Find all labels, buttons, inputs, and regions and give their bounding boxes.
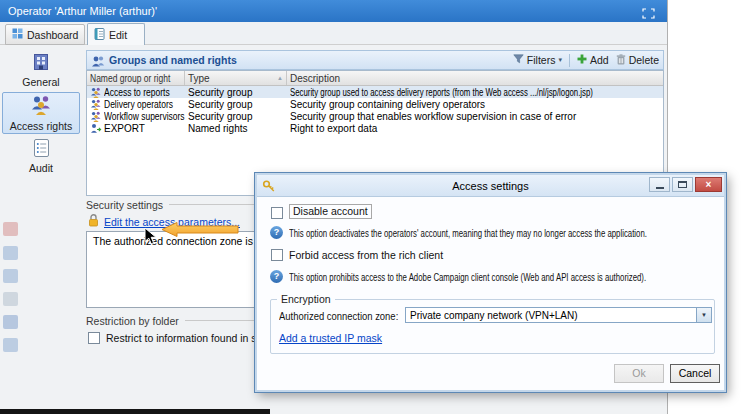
cell-name: Access to reports (87, 86, 185, 98)
maximize-icon (678, 181, 687, 188)
ghost-icon (3, 315, 18, 329)
restrict-subfolder-row: Restrict to information found in sub-fol (88, 332, 283, 344)
ghost-icon (3, 269, 18, 283)
toolbar-separator (569, 54, 570, 67)
audit-list-icon (33, 138, 50, 160)
ghost-icon (3, 292, 18, 306)
disable-account-info: This option deactivates the operators' a… (289, 228, 719, 239)
restriction-section-label: Restriction by folder (86, 315, 179, 327)
cell-description: Security group containing delivery opera… (287, 98, 663, 110)
ghost-icon (3, 246, 18, 260)
window-controls: × (649, 177, 722, 192)
plus-icon (577, 54, 587, 66)
cell-description: Security group used to access delivery r… (287, 86, 663, 98)
cell-type: Security group (185, 98, 287, 110)
chevron-down-icon: ▾ (558, 56, 562, 64)
encryption-groupbox-label: Encryption (277, 293, 335, 305)
table-header: Named group or right ▲ Type ▲ Descriptio… (87, 71, 663, 86)
cell-description: Security group that enables workflow sup… (287, 110, 663, 122)
delete-label: Delete (629, 54, 659, 66)
screen: Operator 'Arthur Miller (arthur)' Dashbo… (0, 0, 750, 414)
people-group-icon (29, 95, 53, 118)
dialog-title-bar: Access settings × (257, 175, 724, 197)
detach-window-icon[interactable] (642, 5, 655, 16)
combo-dropdown-button[interactable]: ▼ (696, 308, 711, 322)
table-row[interactable]: Workflow supervisors Security group Secu… (87, 110, 663, 122)
filters-button[interactable]: Filters ▾ (513, 54, 562, 66)
authorized-zone-label: Authorized connection zone: (279, 310, 412, 322)
forbid-rich-client-label: Forbid access from the rich client (289, 249, 443, 261)
column-header-type[interactable]: Type ▲ (185, 71, 287, 85)
close-icon: × (706, 178, 712, 191)
cell-name: Workflow supervisors (87, 110, 185, 122)
help-icon: ? (270, 226, 283, 239)
edit-icon (94, 28, 105, 42)
add-trusted-ip-link[interactable]: Add a trusted IP mask (279, 332, 382, 344)
sidebar-item-general-label: General (22, 76, 59, 88)
cell-type: Named rights (185, 122, 287, 134)
maximize-button[interactable] (672, 177, 693, 192)
column-header-named-group[interactable]: Named group or right ▲ (87, 71, 185, 85)
organization-icon (31, 52, 51, 74)
toolbar-actions: Filters ▾ Add Delete (513, 51, 659, 69)
sidebar-item-access-rights-label: Access rights (10, 120, 72, 132)
table-row[interactable]: EXPORT Named rights Right to export data (87, 122, 663, 134)
authorized-zone-combobox[interactable]: Private company network (VPN+LAN) ▼ (405, 307, 712, 323)
sidebar-item-audit[interactable]: Audit (2, 136, 80, 176)
column-header-named-group-label: Named group or right (90, 73, 170, 84)
annotation-arrow (161, 221, 239, 242)
cell-name: Delivery operators (87, 98, 185, 110)
tab-edit-label: Edit (109, 29, 127, 41)
sidebar-item-access-rights[interactable]: Access rights (2, 92, 80, 134)
column-header-description-label: Description (290, 73, 340, 84)
mouse-cursor-pointer (144, 227, 157, 250)
cell-type: Security group (185, 86, 287, 98)
sidebar-item-audit-label: Audit (29, 162, 53, 174)
tab-dashboard-label: Dashboard (27, 29, 78, 41)
table-row[interactable]: Access to reports Security group Securit… (87, 86, 663, 98)
lock-icon (88, 213, 99, 231)
ok-button[interactable]: Ok (614, 364, 664, 383)
toolbar-title: Groups and named rights (109, 51, 237, 69)
table-row[interactable]: Delivery operators Security group Securi… (87, 98, 663, 110)
filters-label: Filters (527, 54, 556, 66)
minimize-button[interactable] (649, 177, 670, 192)
ghost-icon (3, 222, 18, 236)
cell-name: EXPORT (87, 122, 185, 134)
minimize-icon (656, 187, 664, 189)
disable-account-label: Disable account (289, 204, 372, 219)
delete-button[interactable]: Delete (616, 54, 659, 67)
groups-toolbar: Groups and named rights Filters ▾ Add De… (86, 50, 664, 70)
column-header-description[interactable]: Description (287, 71, 663, 85)
security-settings-label: Security settings (86, 199, 163, 211)
tab-edit[interactable]: Edit (87, 23, 145, 45)
dashboard-icon (12, 28, 23, 41)
title-bar: Operator 'Arthur Miller (arthur)' (0, 0, 667, 22)
forbid-rich-client-checkbox[interactable] (271, 249, 283, 261)
sort-ascending-icon: ▲ (275, 75, 283, 81)
window-title: Operator 'Arthur Miller (arthur)' (8, 0, 157, 22)
ghost-icon (3, 338, 18, 352)
funnel-icon (513, 54, 524, 66)
close-button[interactable]: × (695, 177, 722, 192)
chevron-down-icon: ▼ (701, 312, 707, 318)
cancel-button[interactable]: Cancel (670, 364, 720, 383)
forbid-rich-client-info: This option prohibits access to the Adob… (289, 272, 719, 283)
access-settings-dialog: Access settings × Disable account ? This… (255, 173, 726, 392)
cell-description: Right to export data (287, 122, 663, 134)
authorized-zone-value: Private company network (VPN+LAN) (410, 308, 578, 323)
disable-account-checkbox[interactable] (271, 207, 283, 219)
trash-icon (616, 54, 626, 67)
cell-type: Security group (185, 110, 287, 122)
add-label: Add (590, 54, 609, 66)
sidebar-item-general[interactable]: General (2, 50, 80, 90)
column-header-type-label: Type (188, 73, 210, 84)
screen-edge (0, 409, 270, 414)
tab-dashboard[interactable]: Dashboard (5, 24, 85, 45)
restrict-subfolder-checkbox[interactable] (88, 332, 100, 344)
help-icon: ? (270, 270, 283, 283)
add-button[interactable]: Add (577, 54, 609, 66)
